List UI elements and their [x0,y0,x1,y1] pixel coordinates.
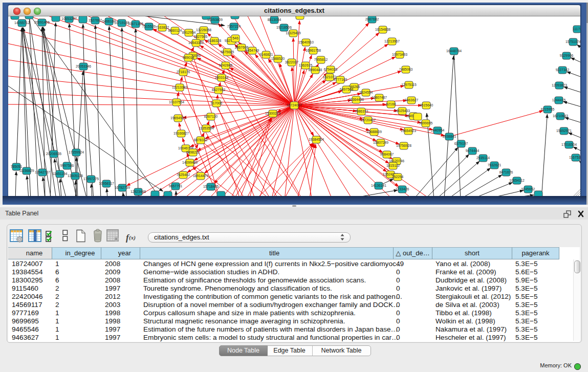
svg-text:3822037: 3822037 [285,60,299,64]
svg-text:11325419: 11325419 [286,31,301,35]
svg-text:7163822: 7163822 [156,26,169,29]
svg-text:19654923: 19654923 [170,116,186,120]
svg-text:16961758: 16961758 [306,49,321,52]
svg-text:10807487: 10807487 [372,96,387,99]
svg-text:16448784: 16448784 [446,49,462,53]
svg-text:20206535: 20206535 [46,152,61,156]
svg-text:15751074: 15751074 [565,40,580,43]
svg-text:7955812: 7955812 [314,58,328,61]
svg-text:8471676: 8471676 [499,170,513,174]
svg-text:989014: 989014 [183,56,194,59]
svg-text:11451194: 11451194 [52,172,67,176]
svg-text:8878332: 8878332 [194,138,208,142]
svg-text:9084067: 9084067 [380,152,394,156]
svg-text:14055712: 14055712 [14,21,30,25]
svg-text:917006: 917006 [211,101,223,105]
svg-text:9474444: 9474444 [466,149,480,152]
svg-text:2087682: 2087682 [365,17,379,21]
svg-text:19756928: 19756928 [396,144,411,147]
svg-text:7357224: 7357224 [227,25,241,28]
svg-text:20364436: 20364436 [349,98,364,101]
svg-text:9146821: 9146821 [259,53,273,56]
svg-text:9699695: 9699695 [419,121,433,125]
svg-text:(x): (x) [129,234,136,241]
svg-text:20053346: 20053346 [76,64,91,68]
svg-text:14136141: 14136141 [371,184,386,187]
svg-text:15807249: 15807249 [373,141,388,144]
svg-text:11156829: 11156829 [19,169,34,172]
svg-text:20691406: 20691406 [34,20,50,24]
svg-text:6497568: 6497568 [340,87,354,91]
svg-text:9463627: 9463627 [405,98,419,102]
svg-text:8215955: 8215955 [541,107,555,111]
svg-text:5875685: 5875685 [221,50,234,54]
svg-text:15720407: 15720407 [360,118,376,122]
svg-text:9657791: 9657791 [169,184,183,188]
svg-text:11178: 11178 [573,27,580,31]
svg-text:10025433: 10025433 [395,109,410,113]
svg-text:12923448: 12923448 [130,190,146,193]
svg-text:6498222: 6498222 [186,150,200,154]
svg-text:2803144: 2803144 [215,76,229,79]
svg-text:8660124: 8660124 [168,29,182,32]
svg-text:10654112: 10654112 [509,179,525,182]
svg-text:14099489: 14099489 [182,161,198,164]
svg-text:19218506: 19218506 [276,26,292,29]
svg-text:2935114: 2935114 [476,156,490,160]
svg-text:16053809: 16053809 [207,18,223,21]
svg-text:7485063: 7485063 [399,68,413,71]
svg-text:10543382: 10543382 [188,41,204,45]
svg-text:9329906: 9329906 [560,54,574,57]
svg-text:7632621: 7632621 [488,163,502,167]
svg-text:16210643: 16210643 [553,114,568,118]
svg-text:9777169: 9777169 [334,78,347,81]
svg-text:17359924: 17359924 [69,150,84,154]
svg-text:1244415: 1244415 [552,98,566,102]
svg-text:13226058: 13226058 [196,28,211,32]
svg-text:9515640: 9515640 [420,103,433,107]
svg-text:1733426: 1733426 [396,187,409,191]
svg-text:10958117: 10958117 [99,182,114,185]
svg-text:12975115: 12975115 [401,83,417,86]
svg-text:2718176: 2718176 [177,70,190,74]
svg-text:17957275: 17957275 [83,177,99,181]
svg-text:16782759: 16782759 [115,186,130,189]
svg-text:10671355: 10671355 [128,22,143,26]
svg-text:19384554: 19384554 [309,138,324,141]
svg-text:9997586: 9997586 [60,164,74,167]
svg-text:10653287: 10653287 [61,17,77,20]
svg-text:8186328: 8186328 [208,39,222,42]
svg-text:785051: 785051 [11,165,23,168]
svg-text:8990448: 8990448 [309,68,322,72]
svg-text:8427552: 8427552 [212,88,226,92]
svg-text:8912954: 8912954 [182,31,196,34]
svg-text:1527602: 1527602 [89,18,102,22]
svg-text:1362615: 1362615 [299,63,313,67]
svg-text:1815112: 1815112 [386,164,400,167]
svg-text:16914479: 16914479 [193,174,208,178]
svg-text:16154838: 16154838 [375,28,390,31]
svg-text:1440954: 1440954 [431,128,445,132]
svg-text:15300273: 15300273 [265,112,280,115]
svg-text:19166827: 19166827 [173,132,189,135]
svg-text:12942737: 12942737 [35,170,50,174]
svg-text:15692971: 15692971 [556,129,572,133]
svg-text:8938841: 8938841 [443,135,456,138]
svg-text:18724007: 18724007 [287,103,302,107]
svg-text:7625402: 7625402 [177,173,190,177]
svg-text:9245652: 9245652 [521,187,535,191]
svg-text:10973493: 10973493 [392,53,407,56]
svg-text:12213967: 12213967 [384,39,400,43]
svg-text:9827505: 9827505 [194,35,208,38]
svg-text:10688609: 10688609 [366,130,382,134]
svg-text:62160: 62160 [386,102,396,106]
svg-text:13505135: 13505135 [68,174,83,178]
svg-text:6379197: 6379197 [454,142,468,145]
svg-text:1588520: 1588520 [271,57,285,60]
svg-text:15640910: 15640910 [298,40,314,44]
svg-text:12093873: 12093873 [552,83,567,87]
svg-text:10107554: 10107554 [169,100,184,104]
svg-text:252254: 252254 [392,175,404,179]
svg-text:9227342: 9227342 [556,68,570,72]
svg-text:8267130: 8267130 [204,115,218,118]
